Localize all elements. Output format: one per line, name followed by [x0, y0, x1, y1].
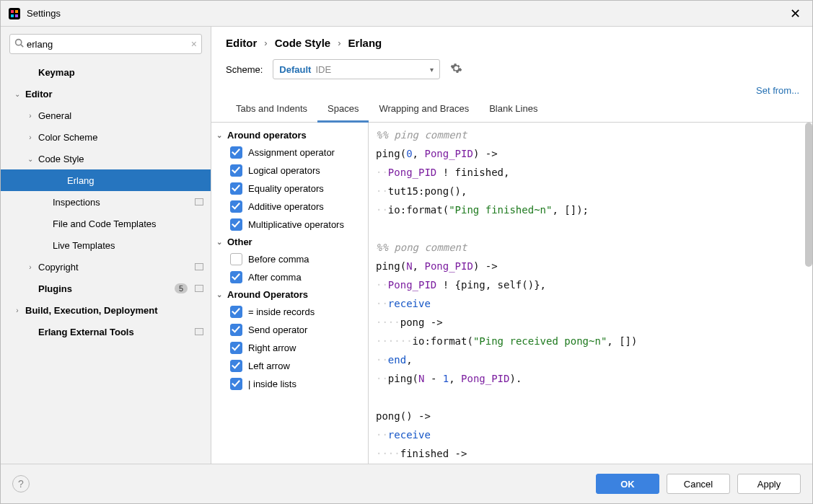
- option-group-title: Around Operators: [227, 289, 308, 300]
- ok-button[interactable]: OK: [596, 474, 659, 494]
- option-before-comma[interactable]: Before comma: [211, 250, 365, 268]
- sidebar-item-label: Plugins: [38, 283, 175, 294]
- breadcrumb-codestyle[interactable]: Code Style: [275, 37, 331, 49]
- option-group-other[interactable]: ⌄Other: [211, 234, 365, 250]
- scheme-select[interactable]: Default IDE ▾: [273, 59, 440, 79]
- option-group-around-operators[interactable]: ⌄Around Operators: [211, 286, 365, 303]
- search-input[interactable]: [24, 39, 191, 50]
- scheme-value: Default: [279, 64, 311, 75]
- option-additive-operators[interactable]: Additive operators: [211, 198, 365, 216]
- svg-rect-0: [9, 8, 20, 19]
- scheme-label: Scheme:: [226, 64, 263, 75]
- scheme-row: Scheme: Default IDE ▾: [226, 59, 798, 79]
- option-label: | inside lists: [248, 379, 296, 389]
- sidebar-item-build-execution-deployment[interactable]: ›Build, Execution, Deployment: [1, 299, 211, 321]
- scheme-scope: IDE: [315, 64, 331, 75]
- content: Editor › Code Style › Erlang Scheme: Def…: [211, 27, 812, 464]
- option-logical-operators[interactable]: Logical operators: [211, 162, 365, 180]
- sidebar-item-plugins[interactable]: Plugins5: [1, 278, 211, 299]
- option-right-arrow[interactable]: Right arrow: [211, 339, 365, 357]
- option-multiplicative-operators[interactable]: Multiplicative operators: [211, 216, 365, 234]
- badge: 5: [175, 283, 188, 293]
- chevron-icon: ⌄: [12, 90, 22, 98]
- chevron-icon: ›: [12, 306, 22, 314]
- breadcrumb-sep: ›: [264, 37, 267, 48]
- option-checkbox[interactable]: [230, 360, 242, 372]
- close-icon[interactable]: ✕: [785, 4, 805, 24]
- chevron-icon: [54, 177, 64, 185]
- option-checkbox[interactable]: [230, 306, 242, 318]
- sidebar-item-color-scheme[interactable]: ›Color Scheme: [1, 126, 211, 148]
- option-checkbox[interactable]: [230, 164, 242, 177]
- option-equality-operators[interactable]: Equality operators: [211, 180, 365, 198]
- option-checkbox[interactable]: [230, 324, 242, 336]
- gear-icon[interactable]: [450, 62, 462, 77]
- apply-button[interactable]: Apply: [737, 474, 801, 494]
- sidebar-item-file-and-code-templates[interactable]: File and Code Templates: [1, 213, 211, 234]
- scrollbar[interactable]: [805, 123, 812, 267]
- option-group-around-operators[interactable]: ⌄Around operators: [211, 127, 365, 143]
- option-checkbox[interactable]: [230, 342, 242, 354]
- sidebar-item-label: General: [38, 110, 203, 121]
- tab-tabs-and-indents[interactable]: Tabs and Indents: [226, 97, 317, 123]
- option-checkbox[interactable]: [230, 378, 242, 390]
- content-header: Editor › Code Style › Erlang Scheme: Def…: [211, 27, 812, 82]
- breadcrumb: Editor › Code Style › Erlang: [226, 37, 798, 49]
- sidebar-item-editor[interactable]: ⌄Editor: [1, 83, 211, 105]
- cancel-button[interactable]: Cancel: [667, 474, 730, 494]
- chevron-icon: [25, 328, 35, 336]
- breadcrumb-sep: ›: [338, 37, 340, 48]
- svg-point-5: [16, 40, 22, 45]
- sidebar: × Keymap⌄Editor›General›Color Scheme⌄Cod…: [1, 27, 211, 464]
- app-icon: [8, 7, 21, 20]
- sidebar-item-label: Build, Execution, Deployment: [25, 305, 203, 316]
- option-assignment-operator[interactable]: Assignment operator: [211, 143, 365, 162]
- sidebar-item-label: Code Style: [38, 154, 203, 164]
- sidebar-item-erlang-external-tools[interactable]: Erlang External Tools: [1, 321, 211, 342]
- option-checkbox[interactable]: [230, 218, 242, 231]
- sidebar-item-inspections[interactable]: Inspections: [1, 191, 211, 213]
- sidebar-item-label: File and Code Templates: [53, 218, 203, 229]
- option-label: After comma: [248, 272, 302, 283]
- sidebar-item-label: Live Templates: [53, 240, 203, 251]
- sidebar-item-erlang[interactable]: Erlang: [1, 169, 211, 191]
- setfrom-row: Set from...: [211, 82, 812, 97]
- code-preview: %% ping comment ping(0, Pong_PID) -> ··P…: [369, 123, 812, 464]
- chevron-icon: [25, 285, 35, 293]
- svg-rect-3: [11, 14, 14, 17]
- option-checkbox[interactable]: [230, 200, 242, 213]
- sidebar-item-label: Inspections: [53, 197, 192, 208]
- main: × Keymap⌄Editor›General›Color Scheme⌄Cod…: [1, 27, 812, 464]
- search-box[interactable]: ×: [9, 34, 202, 54]
- sidebar-item-copyright[interactable]: ›Copyright: [1, 256, 211, 278]
- breadcrumb-erlang[interactable]: Erlang: [348, 37, 382, 49]
- option-checkbox[interactable]: [230, 146, 242, 159]
- sidebar-item-keymap[interactable]: Keymap: [1, 61, 211, 83]
- option-send-operator[interactable]: Send operator: [211, 321, 365, 339]
- sidebar-item-label: Color Scheme: [38, 132, 203, 143]
- chevron-down-icon: ⌄: [214, 291, 224, 299]
- tab-spaces[interactable]: Spaces: [317, 97, 369, 123]
- tab-blank-lines[interactable]: Blank Lines: [479, 97, 548, 123]
- option-checkbox[interactable]: [230, 182, 242, 195]
- set-from-link[interactable]: Set from...: [756, 85, 799, 96]
- sidebar-item-general[interactable]: ›General: [1, 105, 211, 126]
- option-label: Send operator: [248, 324, 307, 335]
- option--inside-lists[interactable]: | inside lists: [211, 375, 365, 393]
- clear-search-icon[interactable]: ×: [191, 38, 197, 50]
- breadcrumb-editor[interactable]: Editor: [226, 37, 257, 49]
- option--inside-records[interactable]: = inside records: [211, 303, 365, 321]
- option-checkbox[interactable]: [230, 253, 242, 265]
- chevron-icon: ⌄: [25, 155, 35, 163]
- option-left-arrow[interactable]: Left arrow: [211, 357, 365, 375]
- chevron-down-icon: ⌄: [214, 131, 224, 139]
- settings-tree: Keymap⌄Editor›General›Color Scheme⌄Code …: [1, 60, 211, 464]
- option-checkbox[interactable]: [230, 271, 242, 283]
- tab-wrapping-and-braces[interactable]: Wrapping and Braces: [369, 97, 479, 123]
- option-after-comma[interactable]: After comma: [211, 268, 365, 286]
- help-icon[interactable]: ?: [12, 475, 30, 492]
- sidebar-item-code-style[interactable]: ⌄Code Style: [1, 148, 211, 169]
- chevron-icon: [40, 242, 50, 249]
- sidebar-item-label: Keymap: [38, 67, 203, 78]
- sidebar-item-live-templates[interactable]: Live Templates: [1, 234, 211, 256]
